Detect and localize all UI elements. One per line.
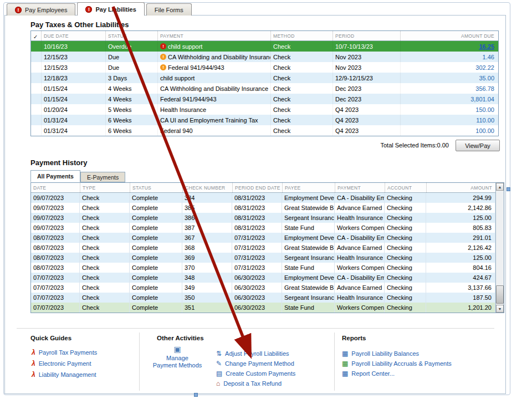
payment-history-row[interactable]: 07/07/2023CheckComplete34806/30/2023Empl… [31, 273, 495, 283]
cell-date: 08/07/2023 [31, 233, 80, 243]
cell-period: Q4 2023 [332, 125, 400, 136]
liability-row[interactable]: 12/18/233 Dayschild supportCheck12/9-12/… [31, 73, 498, 83]
cell-payee: State Fund [282, 303, 335, 313]
cell-payment: Health Insurance [157, 104, 270, 115]
cell-check-number: 385 [182, 203, 232, 213]
liability-row[interactable]: 10/16/23Overdue!child supportCheck10/7-1… [31, 41, 498, 52]
top-tab-bar: ! Pay Employees ! Pay Liabilities File F… [7, 2, 192, 16]
tab-file-forms[interactable]: File Forms [146, 3, 192, 16]
cell-payee: Employment Devel... [282, 193, 335, 203]
link-adjust-payroll-liabilities[interactable]: ⇅ Adjust Payroll Liabilities [216, 350, 289, 357]
vertical-scrollbar[interactable]: ▲ ▼ [495, 183, 504, 313]
cell-check-number: 369 [182, 253, 232, 263]
cell-payment: !child support [157, 41, 270, 52]
tab-pay-employees[interactable]: ! Pay Employees [7, 3, 75, 16]
column-header-period[interactable]: PERIOD [332, 31, 400, 40]
link-payroll-tax-payments[interactable]: λ Payroll Tax Payments [32, 349, 97, 356]
cell-due-date: 12/15/23 [41, 62, 105, 73]
tab-all-payments[interactable]: All Payments [30, 170, 80, 182]
tab-pay-liabilities[interactable]: ! Pay Liabilities [77, 2, 144, 16]
cell-due-date: 10/16/23 [41, 41, 105, 52]
cell-period: Nov 2023 [332, 62, 400, 73]
cell-period: 12/9-12/15/23 [332, 73, 400, 83]
link-manage-payment-methods[interactable]: ▣ Manage Payment Methods [149, 346, 206, 369]
cell-amount-due: 356.78 [400, 83, 498, 94]
payment-history-row[interactable]: 08/07/2023CheckComplete36907/31/2023Serg… [31, 253, 495, 263]
payment-history-row[interactable]: 09/07/2023CheckComplete38508/31/2023Grea… [31, 203, 495, 213]
liability-row[interactable]: 12/15/23Due!Federal 941/944/943CheckNov … [31, 62, 498, 73]
payment-history-row[interactable]: 07/07/2023CheckComplete35106/30/2023Stat… [31, 303, 495, 313]
cell-amount: 2,126.42 [426, 243, 495, 253]
scroll-up-button[interactable]: ▲ [496, 183, 504, 191]
cell-amount-due: 3,801.04 [400, 94, 498, 104]
cell-check [31, 62, 41, 73]
cell-account: Checking [385, 253, 426, 263]
column-header-type[interactable]: TYPE [80, 183, 130, 192]
liability-row[interactable]: 01/31/246 WeeksCA UI and Employment Trai… [31, 115, 498, 125]
cell-payee: Great Statewide B... [282, 203, 335, 213]
link-label: Report Center... [351, 370, 395, 377]
column-header-amount-due[interactable]: AMOUNT DUE [400, 31, 498, 40]
cell-check [31, 41, 41, 52]
payment-history-row[interactable]: 08/07/2023CheckComplete36807/31/2023Grea… [31, 243, 495, 253]
scroll-thumb[interactable] [496, 285, 504, 304]
link-liability-management[interactable]: λ Liability Management [32, 371, 96, 378]
column-header-due-date[interactable]: DUE DATE [41, 31, 105, 40]
column-header-account[interactable]: ACCOUNT [385, 183, 426, 192]
cell-account: Checking [385, 223, 426, 233]
payment-history-row[interactable]: 09/07/2023CheckComplete38708/31/2023Stat… [31, 223, 495, 233]
link-payroll-liability-accruals[interactable]: ▦ Payroll Liability Accruals & Payments [342, 360, 452, 367]
cell-method: Check [270, 115, 332, 125]
cell-amount: 125.00 [426, 213, 495, 223]
link-label: Adjust Payroll Liabilities [225, 350, 289, 357]
link-electronic-payment[interactable]: λ Electronic Payment [32, 360, 91, 367]
link-deposit-tax-refund[interactable]: ⌂ Deposit a Tax Refund [216, 380, 282, 387]
cell-due-date: 01/31/24 [41, 115, 105, 125]
cell-type: Check [80, 233, 130, 243]
due-alert-icon: ! [160, 54, 166, 60]
column-header-status[interactable]: STATUS [105, 31, 157, 40]
cell-period-end-date: 08/31/2023 [232, 213, 282, 223]
liability-row[interactable]: 01/15/244 WeeksFederal 941/944/943CheckD… [31, 94, 498, 104]
cell-date: 08/07/2023 [31, 243, 80, 253]
payment-history-row[interactable]: 08/07/2023CheckComplete37007/31/2023Stat… [31, 263, 495, 273]
column-header-check-number[interactable]: CHECK NUMBER [182, 183, 232, 192]
cell-method: Check [270, 125, 332, 136]
scroll-down-button[interactable]: ▼ [496, 305, 504, 313]
link-change-payment-method[interactable]: ✎ Change Payment Method [216, 360, 294, 367]
cell-amount: 187.50 [426, 293, 495, 303]
column-header-status[interactable]: STATUS [130, 183, 182, 192]
liability-row[interactable]: 12/15/23Due!CA Withholding and Disabilit… [31, 52, 498, 62]
link-label: Payment Methods [153, 362, 202, 369]
tab-e-payments[interactable]: E-Payments [80, 172, 125, 182]
resize-handle-right[interactable] [507, 187, 510, 191]
cell-period-end-date: 07/31/2023 [232, 233, 282, 243]
column-header-payment[interactable]: PAYMENT [335, 183, 385, 192]
column-header-payee[interactable]: PAYEE [282, 183, 335, 192]
column-header-method[interactable]: METHOD [270, 31, 332, 40]
liability-row[interactable]: 01/20/245 WeeksHealth InsuranceCheckQ4 2… [31, 104, 498, 115]
liability-row[interactable]: 01/31/246 WeeksFederal 940CheckQ4 202310… [31, 125, 498, 136]
payment-history-row[interactable]: 09/07/2023CheckComplete38608/31/2023Serg… [31, 213, 495, 223]
link-payroll-liability-balances[interactable]: ▦ Payroll Liability Balances [342, 350, 419, 357]
cell-payment: Health Insurance [335, 213, 385, 223]
column-header-period-end-date[interactable]: PERIOD END DATE [232, 183, 282, 192]
payment-history-row[interactable]: 07/07/2023CheckComplete34906/30/2023Grea… [31, 283, 495, 293]
column-header-date[interactable]: DATE [31, 183, 80, 192]
link-create-custom-payments[interactable]: ▤ Create Custom Payments [216, 370, 295, 377]
liability-row[interactable]: 01/15/244 WeeksCA Withholding and Disabi… [31, 83, 498, 94]
cell-due-date: 01/15/24 [41, 83, 105, 94]
payment-history-row[interactable]: 09/07/2023CheckComplete38408/31/2023Empl… [31, 193, 495, 203]
column-header-amount[interactable]: AMOUNT [426, 183, 495, 192]
resize-handle-bottom[interactable] [194, 393, 198, 397]
cell-type: Check [80, 223, 130, 233]
cell-payment: !CA Withholding and Disability Insurance [157, 52, 270, 62]
view-pay-button[interactable]: View/Pay [456, 140, 500, 151]
link-report-center[interactable]: ▦ Report Center... [342, 370, 395, 377]
column-header-payment[interactable]: PAYMENT [157, 31, 270, 40]
page-title: Pay Taxes & Other Liabilities [30, 21, 129, 29]
payment-history-row[interactable]: 07/07/2023CheckComplete35006/30/2023Serg… [31, 293, 495, 303]
payment-history-row[interactable]: 08/07/2023CheckComplete36707/31/2023Empl… [31, 233, 495, 243]
amount-due-link[interactable]: 16.25 [400, 41, 498, 52]
cell-status: Complete [130, 273, 182, 283]
